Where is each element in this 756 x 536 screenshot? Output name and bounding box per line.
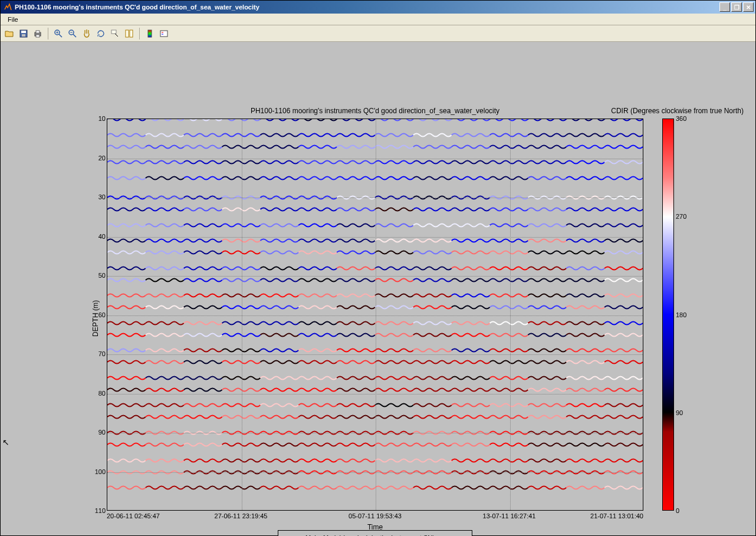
data-trace-layer (107, 119, 643, 510)
open-icon[interactable] (3, 27, 16, 40)
depth-trace (107, 248, 643, 257)
svg-rect-13 (111, 30, 116, 34)
chart-title: PH100-1106 mooring's instruments QC'd go… (107, 107, 643, 115)
depth-trace (107, 236, 643, 245)
svg-line-11 (73, 34, 76, 37)
colorbar-tick-label: 0 (676, 507, 679, 514)
zoom-out-icon[interactable] (66, 27, 79, 40)
depth-trace (107, 276, 643, 284)
colorbar-icon[interactable] (143, 27, 156, 40)
x-tick-label: 27-06-11 23:19:45 (215, 512, 268, 519)
svg-rect-15 (126, 30, 129, 37)
depth-trace (107, 386, 643, 394)
svg-rect-18 (160, 31, 167, 37)
close-button[interactable]: ✕ (743, 2, 754, 12)
x-tick-label: 05-07-11 19:53:43 (349, 512, 402, 519)
x-tick-label: 13-07-11 16:27:41 (483, 512, 536, 519)
colorbar-tick-label: 360 (676, 115, 686, 122)
y-tick-label: 60 (89, 311, 106, 318)
svg-rect-16 (130, 30, 133, 37)
y-tick-label: 10 (89, 115, 106, 122)
svg-rect-4 (36, 31, 40, 33)
legend-icon[interactable] (157, 27, 170, 40)
depth-trace (107, 221, 643, 229)
depth-trace (107, 174, 643, 182)
svg-rect-5 (36, 35, 40, 37)
window-controls: _ ❐ ✕ (719, 2, 755, 12)
data-cursor-icon[interactable] (109, 27, 121, 40)
depth-trace (107, 319, 643, 327)
x-tick-label: 21-07-11 13:01:40 (590, 512, 643, 519)
app-window: PH100-1106 mooring's instruments QC'd go… (0, 0, 756, 536)
depth-trace (107, 456, 643, 465)
print-icon[interactable] (31, 27, 44, 40)
depth-trace (107, 291, 643, 300)
matlab-icon (3, 2, 12, 12)
depth-trace (107, 158, 643, 166)
menu-file[interactable]: File (3, 15, 23, 24)
depth-trace (107, 346, 643, 354)
y-tick-label: 30 (89, 193, 106, 200)
x-axis-ticks: 20-06-11 02:45:4727-06-11 23:19:4505-07-… (107, 512, 643, 521)
y-tick-label: 40 (89, 233, 106, 240)
link-icon[interactable] (123, 27, 136, 40)
depth-trace (107, 413, 643, 421)
depth-trace (107, 303, 643, 311)
y-tick-label: 80 (89, 390, 106, 397)
toolbar-separator (48, 28, 48, 40)
legend-entry-line: Make Model (nominal depth - instrument S… (283, 533, 467, 536)
depth-trace (107, 264, 643, 272)
legend-box[interactable]: Make Model (nominal depth - instrument S… (278, 530, 472, 536)
colorbar[interactable] (662, 119, 674, 511)
y-tick-label: 100 (89, 468, 106, 475)
y-tick-label: 70 (89, 350, 106, 357)
x-tick-label: 20-06-11 02:45:47 (107, 512, 160, 519)
plot-axes[interactable] (107, 119, 643, 511)
svg-rect-17 (148, 30, 152, 37)
depth-trace (107, 143, 643, 151)
svg-rect-1 (21, 31, 26, 33)
depth-trace (107, 401, 643, 409)
rotate-icon[interactable] (94, 27, 107, 40)
zoom-in-icon[interactable] (52, 27, 65, 40)
window-title: PH100-1106 mooring's instruments QC'd go… (15, 4, 259, 11)
colorbar-tick-label: 270 (676, 213, 686, 220)
depth-trace (107, 205, 643, 213)
y-tick-label: 50 (89, 272, 106, 279)
svg-line-7 (59, 34, 62, 37)
colorbar-tick-label: 90 (676, 409, 683, 416)
depth-trace (107, 119, 643, 123)
colorbar-ticks: 090180270360 (676, 119, 693, 511)
y-tick-label: 110 (89, 507, 106, 514)
figure-canvas[interactable]: PH100-1106 mooring's instruments QC'd go… (1, 42, 755, 535)
svg-line-14 (115, 34, 118, 37)
depth-trace (107, 374, 643, 382)
pan-icon[interactable] (80, 27, 93, 40)
minimize-button[interactable]: _ (719, 2, 730, 12)
depth-trace (107, 358, 643, 366)
y-tick-label: 20 (89, 154, 106, 162)
toolbar (1, 25, 755, 42)
svg-rect-2 (22, 34, 25, 37)
colorbar-title: CDIR (Degrees clockwise from true North) (611, 107, 744, 115)
title-bar[interactable]: PH100-1106 mooring's instruments QC'd go… (1, 1, 755, 14)
depth-trace (107, 131, 643, 139)
depth-trace (107, 440, 643, 449)
save-icon[interactable] (17, 27, 30, 40)
depth-trace (107, 484, 643, 492)
maximize-button[interactable]: ❐ (731, 2, 742, 12)
y-axis-ticks: 102030405060708090100110 (89, 119, 106, 511)
cursor-icon: ↖ (2, 438, 9, 447)
menu-bar: File (1, 14, 755, 25)
toolbar-separator (139, 28, 140, 40)
colorbar-tick-label: 180 (676, 311, 686, 318)
y-tick-label: 90 (89, 429, 106, 436)
depth-trace (107, 331, 643, 339)
